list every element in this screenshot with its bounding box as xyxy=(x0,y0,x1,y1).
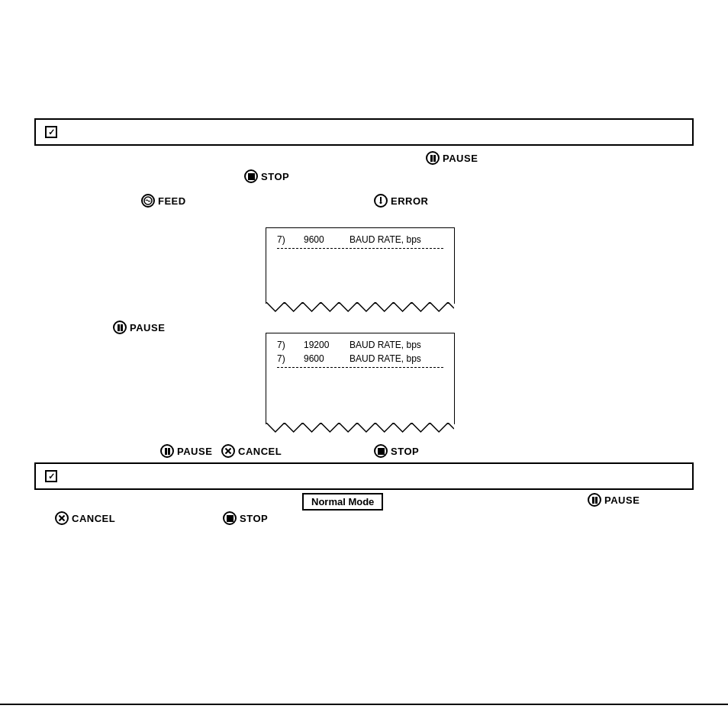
pause-button-4[interactable]: PAUSE xyxy=(588,493,639,509)
pause-icon-2 xyxy=(113,321,127,334)
pause-button-3[interactable]: PAUSE xyxy=(160,444,212,460)
stop-icon-3 xyxy=(223,511,237,525)
checkbox-2[interactable]: ✓ xyxy=(45,470,57,482)
pause-button-2[interactable]: PAUSE xyxy=(113,321,165,337)
pause-button-1[interactable]: PAUSE xyxy=(426,151,478,167)
page-container: ✓ PAUSE STOP FEED ERROR xyxy=(0,0,728,728)
checkbox-bar-2: ✓ xyxy=(34,462,694,490)
feed-button[interactable]: FEED xyxy=(141,194,186,210)
cancel-button-2[interactable]: CANCEL xyxy=(55,511,115,527)
feed-icon xyxy=(141,194,155,208)
cancel-icon-2 xyxy=(55,511,69,525)
pause-icon-1 xyxy=(426,151,440,165)
receipt-zigzag-2 xyxy=(266,423,454,433)
error-button[interactable]: ERROR xyxy=(374,194,428,210)
receipt-zigzag-1 xyxy=(266,302,454,313)
stop-icon-1 xyxy=(244,169,258,183)
stop-icon-2 xyxy=(374,444,388,458)
stop-button-1[interactable]: STOP xyxy=(244,169,289,185)
stop-button-3[interactable]: STOP xyxy=(223,511,268,527)
error-icon xyxy=(374,194,388,208)
receipt-box-2: 7) 19200 BAUD RATE, bps 7) 9600 BAUD RAT… xyxy=(266,333,455,424)
bottom-divider xyxy=(0,704,728,705)
checkbox-1[interactable]: ✓ xyxy=(45,126,57,138)
stop-button-2[interactable]: STOP xyxy=(374,444,419,460)
pause-icon-3 xyxy=(160,444,174,458)
checkbox-bar-1: ✓ xyxy=(34,118,694,146)
cancel-button-1[interactable]: CANCEL xyxy=(221,444,282,460)
normal-mode-button[interactable]: Normal Mode xyxy=(302,493,383,511)
cancel-icon-1 xyxy=(221,444,235,458)
pause-icon-4 xyxy=(588,493,601,507)
receipt-box-1: 7) 9600 BAUD RATE, bps xyxy=(266,227,455,304)
